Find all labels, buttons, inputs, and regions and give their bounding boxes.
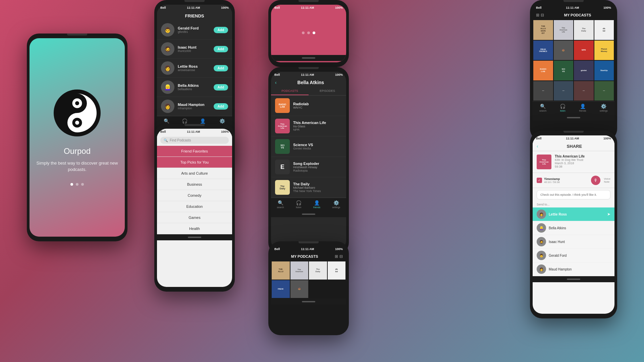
nav-search[interactable]: 🔍 search [539, 104, 546, 112]
category-arts[interactable]: Arts and Culture [157, 168, 232, 179]
podcast-tile[interactable]: TheDaily [574, 20, 594, 40]
time: 11:11 AM [301, 247, 314, 251]
podcast-row: ThisAmericanLife This American Life Ira … [271, 116, 346, 136]
search-bar[interactable]: 🔍 Find Podcasts [160, 137, 229, 144]
nav-label: search [539, 110, 546, 112]
friend-info: Lettie Ross aroseisarose [178, 64, 210, 72]
friend-avatar: 👱‍♀️ [161, 80, 174, 94]
nav-friends[interactable]: 👤 friends [313, 200, 320, 208]
category-health[interactable]: Health [157, 223, 232, 234]
podcast-tile[interactable]: THEALLU [272, 261, 290, 280]
list-view-icon[interactable]: ⊞ [335, 254, 338, 259]
podcast-tile[interactable]: StartUp [594, 61, 614, 80]
timestamp-option[interactable]: ✓ Timestamp 40:10 / 59:38 [537, 177, 560, 184]
podcast-tile[interactable]: FREAK [272, 280, 290, 298]
recipient-name: Maud Hampton [549, 267, 610, 271]
podcast-tile[interactable]: RADIOLAB [533, 61, 553, 80]
category-friend-favorites[interactable]: Friend Favorites [157, 146, 232, 157]
friends-icon: 👤 [580, 104, 586, 109]
podcast-tile[interactable]: ··· [594, 81, 614, 101]
recipient-row[interactable]: 👩 Maud Hampton [533, 262, 614, 276]
my-podcasts-small-screen: Bell 11:11 AM 100% MY PODCASTS ⊞ ⊟ THEAL… [271, 246, 346, 330]
podcast-tile[interactable]: ··· [533, 81, 553, 101]
podcast-row: TheDaily The Daily Michael Barbaro The N… [271, 177, 346, 198]
dot [307, 32, 310, 34]
podcast-tile[interactable]: 🍩 [290, 280, 309, 298]
podcast-thumbnail: ThisAmericanLife [275, 119, 290, 133]
add-friend-button[interactable]: Add [214, 84, 228, 90]
headphones-icon: 🎧 [182, 118, 187, 124]
grid-view-icon[interactable]: ⊟ [339, 254, 343, 259]
podcast-tile[interactable]: SCIVS [554, 61, 574, 80]
category-top-picks[interactable]: Top Picks for You [157, 157, 232, 168]
message-input[interactable]: Check out this episode. I think you'll l… [537, 190, 610, 199]
time: 11:11 AM [301, 73, 314, 76]
podcast-tile[interactable]: ThisAmericanLife [554, 20, 574, 40]
time: 11:11 AM [566, 137, 579, 140]
category-comedy[interactable]: Comedy [157, 190, 232, 201]
nav-listen[interactable]: 🎧 listen [296, 200, 302, 208]
podcast-network: NPR [293, 128, 342, 131]
podcast-tile[interactable]: dbbd [328, 261, 346, 280]
recipient-row[interactable]: 🧔 Isaac Hunt [533, 235, 614, 249]
tab-episodes[interactable]: EPISODES [309, 87, 346, 95]
carrier: Bell [274, 247, 280, 251]
timestamp-checkbox[interactable]: ✓ [537, 178, 542, 183]
timestamp-label: Timestamp 40:10 / 59:38 [544, 177, 560, 184]
grid-view-icon[interactable]: ⊟ [541, 13, 544, 17]
back-button[interactable]: ‹ [275, 80, 277, 85]
nav-label: listen [560, 110, 566, 112]
podcast-tile[interactable]: ··· [574, 81, 594, 101]
yin-yang-icon [57, 93, 97, 133]
friend-name: Isaac Hunt [178, 45, 210, 49]
nav-settings[interactable]: ⚙️ settings [332, 200, 340, 208]
podcast-tile[interactable]: gimlet [574, 61, 594, 80]
podcast-info: Song Exploder Hrishikesh Hirway Radiotop… [293, 162, 342, 172]
podcast-tile[interactable]: ThisAmerican [290, 261, 309, 280]
friend-name: Maud Hampton [178, 103, 210, 107]
recipient-row[interactable]: 👩 Lettie Ross ➤ [533, 207, 614, 221]
send-to-label: Send to... [533, 201, 614, 207]
add-friend-button[interactable]: Add [214, 46, 228, 52]
list-view-icon[interactable]: ⊞ [536, 13, 539, 17]
add-friend-button[interactable]: Add [214, 27, 228, 33]
add-friend-button[interactable]: Add [214, 103, 228, 110]
profile-title: Bella Atkins [279, 80, 342, 85]
category-games[interactable]: Games [157, 212, 232, 223]
status-bar: Bell 11:11 AM 100% [157, 129, 232, 135]
nav-friends[interactable]: 👤 friends [579, 104, 586, 112]
recipient-row[interactable]: 👨 Gerald Ford [533, 249, 614, 262]
podcast-tile[interactable]: PlanetMoney [594, 41, 614, 60]
nav-label: listen [296, 206, 301, 208]
headphones-icon: 🎧 [560, 104, 566, 109]
my-podcasts-title: MY PODCASTS [274, 254, 335, 258]
podcast-tile[interactable]: ··· [554, 81, 574, 101]
nav-search[interactable]: 🔍 search [277, 200, 284, 208]
friend-handle: ihunt1000 [178, 49, 210, 53]
category-education[interactable]: Education [157, 201, 232, 212]
podcast-info: This American Life Ira Glass NPR [293, 121, 342, 131]
podcast-title: The Daily [293, 182, 342, 186]
profile-header: ‹ Bella Atkins [271, 78, 346, 87]
home-indicator [271, 211, 346, 217]
battery: 100% [221, 6, 229, 9]
time: 11:11 AM [301, 6, 314, 9]
podcast-tile[interactable]: 🍩 [554, 41, 574, 60]
tab-podcasts[interactable]: PODCASTS [271, 87, 309, 95]
episode-title: This American Life [555, 155, 610, 158]
recipient-name: Isaac Hunt [549, 240, 610, 244]
category-business[interactable]: Business [157, 179, 232, 190]
podcast-tile[interactable]: TheDaily [309, 261, 327, 280]
nav-settings[interactable]: ⚙️ settings [600, 104, 608, 112]
podcast-tile[interactable]: NPR [574, 41, 594, 60]
podcast-info: Radiolab WNYC [293, 102, 342, 109]
podcast-tile[interactable]: dbbd [594, 20, 614, 40]
nav-listen[interactable]: 🎧 listen [560, 104, 566, 112]
recipient-row[interactable]: 👱‍♀️ Bella Atkins [533, 221, 614, 235]
podcast-tile[interactable]: FREAKONOMICS [533, 41, 553, 60]
podcast-tile[interactable]: THEALLUSIONIST [533, 20, 553, 40]
svg-point-4 [75, 121, 79, 125]
add-friend-button[interactable]: Add [214, 65, 228, 71]
friend-handle: bellaatkins [178, 87, 210, 91]
voice-note-button[interactable]: 🎙 [591, 176, 600, 185]
